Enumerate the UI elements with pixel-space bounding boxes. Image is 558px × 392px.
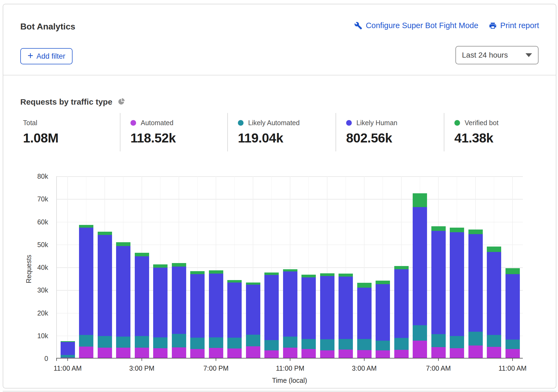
bar-segment-verified-bot — [394, 266, 409, 269]
x-axis-tick — [364, 358, 365, 361]
bar-segment-likely-automated — [468, 332, 483, 346]
stat-verified-bot: Verified bot 41.38k — [444, 113, 542, 151]
stat-verified-bot-label: Verified bot — [465, 119, 498, 127]
bar-segment-likely-human — [79, 228, 93, 335]
bar-segment-automated — [98, 348, 112, 358]
x-tick-label: 11:00 AM — [498, 364, 527, 372]
bar-segment-verified-bot — [468, 230, 483, 234]
y-tick-label: 0 — [16, 354, 48, 363]
y-tick-label: 70k — [16, 195, 48, 203]
bar-segment-likely-human — [153, 268, 168, 337]
bar-segment-automated — [320, 350, 334, 358]
x-axis-tick — [56, 358, 57, 361]
bar-stack[interactable] — [264, 273, 279, 358]
bar-segment-likely-human — [357, 288, 372, 339]
bar-stack[interactable] — [283, 269, 297, 358]
bar-segment-likely-automated — [227, 338, 242, 348]
bar-stack[interactable] — [227, 280, 242, 358]
add-filter-button[interactable]: + Add filter — [20, 48, 73, 64]
bar-segment-likely-human — [283, 271, 297, 337]
bar-segment-automated — [357, 350, 372, 358]
add-filter-label: Add filter — [37, 52, 65, 61]
bar-segment-verified-bot — [190, 271, 205, 274]
x-tick-label: 11:00 AM — [54, 364, 82, 372]
bar-stack[interactable] — [450, 228, 464, 358]
bar-segment-automated — [227, 348, 242, 358]
bar-segment-automated — [431, 347, 446, 358]
bar-segment-verified-bot — [431, 226, 446, 231]
x-axis-line — [56, 358, 523, 358]
next-card-top-border — [3, 391, 556, 391]
bar-stack[interactable] — [116, 242, 130, 359]
bar-stack[interactable] — [394, 266, 409, 358]
bar-stack[interactable] — [320, 273, 334, 358]
bar-stack[interactable] — [376, 281, 390, 358]
section-title: Requests by traffic type — [20, 97, 112, 107]
time-range-select[interactable]: Last 24 hours — [455, 46, 539, 64]
bar-stack[interactable] — [487, 247, 501, 358]
bar-segment-verified-bot — [301, 275, 316, 277]
bar-segment-verified-bot — [153, 264, 168, 268]
bar-stack[interactable] — [506, 268, 520, 358]
bar-segment-automated — [376, 350, 390, 358]
bar-segment-likely-human — [209, 274, 223, 337]
bar-segment-likely-human — [450, 232, 464, 336]
y-tick-label: 60k — [16, 218, 48, 226]
bar-segment-likely-automated — [506, 340, 520, 349]
bar-segment-automated — [394, 350, 409, 358]
stat-total-value: 1.08M — [23, 131, 120, 145]
y-tick-label: 10k — [16, 332, 48, 340]
bar-stack[interactable] — [339, 274, 353, 358]
bar-stack[interactable] — [246, 283, 260, 358]
configure-super-bot-fight-mode-link[interactable]: Configure Super Bot Fight Mode — [354, 21, 478, 30]
bar-segment-verified-bot — [246, 283, 260, 285]
bar-segment-verified-bot — [487, 247, 501, 252]
bar-segment-likely-automated — [413, 325, 427, 341]
x-tick-label: 7:00 AM — [426, 364, 451, 372]
section-title-row: Requests by traffic type — [20, 97, 125, 107]
bar-segment-automated — [468, 346, 483, 358]
bar-stack[interactable] — [98, 232, 112, 358]
y-tick-label: 20k — [16, 309, 48, 317]
bar-stack[interactable] — [301, 275, 316, 358]
bar-stack[interactable] — [135, 253, 149, 358]
bar-segment-automated — [246, 346, 260, 358]
bar-segment-automated — [209, 348, 223, 358]
x-tick-label: 11:00 PM — [276, 364, 304, 372]
bar-stack[interactable] — [431, 226, 446, 358]
bar-segment-verified-bot — [339, 274, 353, 277]
bar-stack[interactable] — [357, 283, 372, 358]
traffic-type-stats: Total 1.08M Automated 118.52k Likely Aut… — [20, 113, 542, 151]
bar-stack[interactable] — [413, 193, 427, 358]
bar-stack[interactable] — [61, 341, 75, 358]
printer-icon — [489, 22, 497, 30]
bar-segment-likely-human — [61, 342, 75, 355]
stat-likely-automated: Likely Automated 119.04k — [227, 113, 336, 151]
bar-segment-likely-human — [190, 274, 205, 337]
legend-dot-verified-bot — [454, 120, 460, 126]
bar-segment-verified-bot — [116, 242, 130, 246]
stat-likely-automated-value: 119.04k — [238, 131, 336, 145]
bar-segment-likely-human — [506, 274, 520, 340]
bar-segment-likely-automated — [450, 336, 464, 348]
bar-stack[interactable] — [468, 230, 483, 358]
legend-dot-automated — [130, 120, 136, 126]
bar-segment-likely-automated — [98, 336, 112, 348]
bar-stack[interactable] — [153, 264, 168, 358]
pie-chart-icon — [118, 98, 125, 106]
bar-segment-automated — [264, 350, 279, 358]
plus-icon: + — [28, 51, 33, 61]
bar-stack[interactable] — [79, 225, 93, 358]
bar-segment-verified-bot — [264, 273, 279, 275]
bar-segment-likely-automated — [301, 339, 316, 349]
bar-stack[interactable] — [172, 263, 186, 358]
bar-stack[interactable] — [209, 270, 223, 358]
print-report-link[interactable]: Print report — [489, 21, 539, 30]
h-gridline — [56, 222, 523, 222]
legend-dot-likely-human — [346, 120, 352, 126]
bar-segment-likely-human — [320, 276, 334, 339]
bar-segment-likely-human — [264, 275, 279, 340]
h-gridline — [56, 199, 523, 200]
bar-segment-automated — [506, 349, 520, 358]
bar-stack[interactable] — [190, 271, 205, 358]
